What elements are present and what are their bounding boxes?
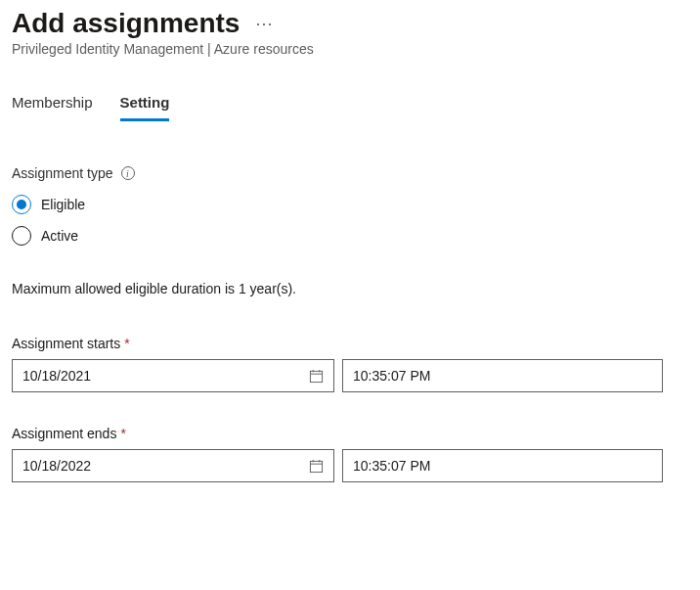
calendar-icon[interactable]	[309, 459, 324, 474]
start-time-input[interactable]: 10:35:07 PM	[342, 359, 663, 392]
tab-setting[interactable]: Setting	[120, 94, 170, 121]
start-date-input[interactable]: 10/18/2021	[12, 359, 334, 392]
assignment-ends-label: Assignment ends	[12, 426, 116, 441]
start-time-value: 10:35:07 PM	[353, 368, 430, 384]
page-title: Add assignments	[12, 8, 240, 39]
assignment-type-radio-group: Eligible Active	[12, 195, 688, 246]
radio-active-label: Active	[41, 228, 78, 244]
end-date-value: 10/18/2022	[22, 458, 91, 474]
end-time-value: 10:35:07 PM	[353, 458, 430, 474]
start-date-value: 10/18/2021	[22, 368, 91, 384]
duration-hint: Maximum allowed eligible duration is 1 y…	[12, 281, 688, 296]
tab-membership[interactable]: Membership	[12, 94, 93, 121]
radio-circle-icon	[12, 226, 31, 246]
svg-rect-10	[310, 461, 322, 472]
svg-rect-0	[310, 371, 322, 382]
more-icon[interactable]: ···	[255, 15, 273, 32]
required-indicator: *	[124, 336, 129, 351]
end-date-input[interactable]: 10/18/2022	[12, 449, 334, 482]
radio-eligible-label: Eligible	[41, 197, 85, 212]
info-icon[interactable]: i	[121, 166, 135, 180]
breadcrumb: Privileged Identity Management | Azure r…	[12, 41, 688, 57]
radio-active[interactable]: Active	[12, 226, 688, 246]
radio-eligible[interactable]: Eligible	[12, 195, 688, 214]
calendar-icon[interactable]	[309, 369, 324, 384]
required-indicator: *	[120, 426, 125, 441]
end-time-input[interactable]: 10:35:07 PM	[342, 449, 663, 482]
tabs: Membership Setting	[12, 94, 688, 122]
radio-circle-icon	[12, 195, 31, 214]
assignment-starts-label: Assignment starts	[12, 336, 120, 351]
assignment-type-label: Assignment type	[12, 165, 113, 181]
